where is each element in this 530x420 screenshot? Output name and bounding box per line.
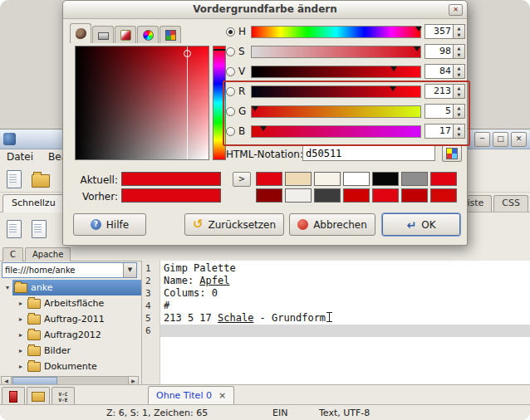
editor-lines[interactable]: Gimp PaletteName: ApfelColums: 0#213 5 1… xyxy=(160,261,530,384)
tab-gimp-selector[interactable] xyxy=(70,23,91,43)
color-swatch[interactable] xyxy=(285,188,312,203)
expander-icon[interactable]: ▸ xyxy=(16,359,26,374)
square-selection-marker xyxy=(184,50,191,57)
channel-slider-B[interactable] xyxy=(251,125,421,138)
path-combobox[interactable]: file:///home/anke ▼ xyxy=(2,262,137,278)
channel-slider-H[interactable] xyxy=(251,26,421,38)
tab-c[interactable]: C xyxy=(2,247,23,261)
reset-button[interactable]: Zurücksetzen xyxy=(184,213,284,236)
body-tag-icon[interactable] xyxy=(32,220,47,238)
color-swatch[interactable] xyxy=(372,172,399,186)
color-swatch[interactable] xyxy=(372,188,399,203)
tree-item-label: Dokumente xyxy=(44,361,97,372)
editor-line[interactable]: Gimp Palette xyxy=(160,262,530,275)
tree-item[interactable]: ▸Arbeitsfläche xyxy=(0,295,141,311)
channel-radio-R[interactable] xyxy=(226,87,235,96)
close-icon[interactable]: × xyxy=(218,390,226,401)
tree-item-root[interactable]: ▾anke xyxy=(0,280,141,295)
channel-radio-V[interactable] xyxy=(226,67,235,76)
spinner-arrows-icon[interactable]: ▲▼ xyxy=(453,25,464,38)
tab-schnellzugriff[interactable]: Schnellzu xyxy=(2,194,65,212)
status-insert-mode: EIN xyxy=(272,408,287,418)
tab-apache[interactable]: Apache xyxy=(25,247,71,261)
cancel-button[interactable]: Abbrechen xyxy=(289,213,375,236)
channel-slider-G[interactable] xyxy=(251,105,421,118)
editor-line[interactable]: Name: Apfel xyxy=(160,275,530,287)
channel-slider-V[interactable] xyxy=(251,66,421,78)
color-swatch[interactable] xyxy=(256,188,282,203)
color-swatch[interactable] xyxy=(343,188,370,203)
channel-radio-H[interactable] xyxy=(226,27,235,37)
channel-radio-B[interactable] xyxy=(226,127,235,136)
tab-css[interactable]: CSS xyxy=(493,195,528,212)
editor-line[interactable]: 213 5 17 Schale - Grundform xyxy=(160,312,530,325)
dialog-titlebar[interactable]: Vordergrundfarbe ändern xyxy=(63,1,467,19)
tab-watercolor-selector[interactable] xyxy=(115,26,136,43)
window-minimize-button[interactable]: ─ xyxy=(474,132,490,147)
tab-wheel-selector[interactable] xyxy=(137,26,159,43)
color-swatch[interactable] xyxy=(314,172,341,186)
color-swatch[interactable] xyxy=(430,172,457,186)
text-editor[interactable]: 123456 Gimp PaletteName: ApfelColums: 0#… xyxy=(141,261,530,384)
color-swatch[interactable] xyxy=(343,172,370,186)
color-swatch[interactable] xyxy=(285,172,312,186)
help-button[interactable]: Hilfe xyxy=(73,213,146,236)
tab-bookmarks[interactable] xyxy=(2,387,25,405)
channel-spinbox-S[interactable]: 98▲▼ xyxy=(424,44,465,59)
saturation-value-square[interactable] xyxy=(75,46,209,160)
quickstart-icon[interactable] xyxy=(7,220,22,238)
ok-button[interactable]: OK xyxy=(382,213,460,236)
text-span: - Grundform xyxy=(253,312,326,324)
color-swatch[interactable] xyxy=(256,172,282,186)
dialog-close-button[interactable]: ✕ xyxy=(449,4,463,16)
chevron-down-icon[interactable]: ▼ xyxy=(123,263,136,277)
color-swatch[interactable] xyxy=(314,188,341,203)
color-picker-button[interactable] xyxy=(442,145,462,162)
menu-item-datei[interactable]: Datei xyxy=(7,151,33,164)
document-tab[interactable]: Ohne Titel 0 × xyxy=(148,386,234,404)
channel-spinbox-V[interactable]: 84▲▼ xyxy=(424,64,465,79)
expander-icon[interactable]: ▾ xyxy=(2,280,12,295)
channel-slider-R[interactable] xyxy=(251,85,421,98)
tab-palette-selector[interactable] xyxy=(159,26,181,43)
hue-strip[interactable] xyxy=(213,46,226,160)
channel-spinbox-B[interactable]: 17▲▼ xyxy=(424,124,465,139)
expander-icon[interactable]: ▸ xyxy=(16,327,26,343)
color-swatch[interactable] xyxy=(401,188,428,203)
open-file-icon[interactable] xyxy=(32,174,50,188)
editor-line[interactable]: # xyxy=(160,300,530,312)
spinner-arrows-icon[interactable]: ▲▼ xyxy=(453,125,464,138)
palette-icon xyxy=(165,30,176,41)
spinner-arrows-icon[interactable]: ▲▼ xyxy=(453,105,464,118)
channel-spinbox-G[interactable]: 5▲▼ xyxy=(424,104,465,119)
expander-icon[interactable]: ▸ xyxy=(16,295,26,311)
spinner-arrows-icon[interactable]: ▲▼ xyxy=(453,85,464,98)
html-notation-input[interactable] xyxy=(302,145,435,161)
spinner-arrows-icon[interactable]: ▲▼ xyxy=(453,45,464,58)
channel-radio-G[interactable] xyxy=(226,107,235,116)
channel-spinbox-H[interactable]: 357▲▼ xyxy=(424,24,465,39)
channel-value-H: 357 xyxy=(425,25,453,38)
color-swatch[interactable] xyxy=(430,188,457,203)
window-maximize-button[interactable]: □ xyxy=(493,132,508,147)
editor-gutter: 123456 xyxy=(142,261,160,384)
channel-radio-S[interactable] xyxy=(226,47,235,56)
channel-slider-S[interactable] xyxy=(251,46,421,58)
channel-spinbox-R[interactable]: 213▲▼ xyxy=(424,84,465,99)
tab-charmap[interactable]: V‹C V‹E xyxy=(52,387,75,405)
new-document-icon[interactable] xyxy=(7,170,22,188)
history-expand-button[interactable]: > xyxy=(233,172,251,187)
tree-item[interactable]: ▸Dokumente xyxy=(0,359,141,374)
window-close-button[interactable]: ✕ xyxy=(511,132,527,147)
editor-line[interactable] xyxy=(160,325,530,337)
tree-item[interactable]: ▸Auftrag2012 xyxy=(0,327,141,343)
color-swatch[interactable] xyxy=(401,172,428,186)
editor-line[interactable]: Colums: 0 xyxy=(160,287,530,300)
tab-cmyk-selector[interactable] xyxy=(92,26,114,43)
tree-item[interactable]: ▸Bilder xyxy=(0,343,141,359)
expander-icon[interactable]: ▸ xyxy=(16,311,26,327)
tab-filebrowser[interactable] xyxy=(27,387,50,405)
expander-icon[interactable]: ▸ xyxy=(16,343,26,359)
tree-item[interactable]: ▸Auftrag-2011 xyxy=(0,311,141,327)
spinner-arrows-icon[interactable]: ▲▼ xyxy=(453,65,464,78)
